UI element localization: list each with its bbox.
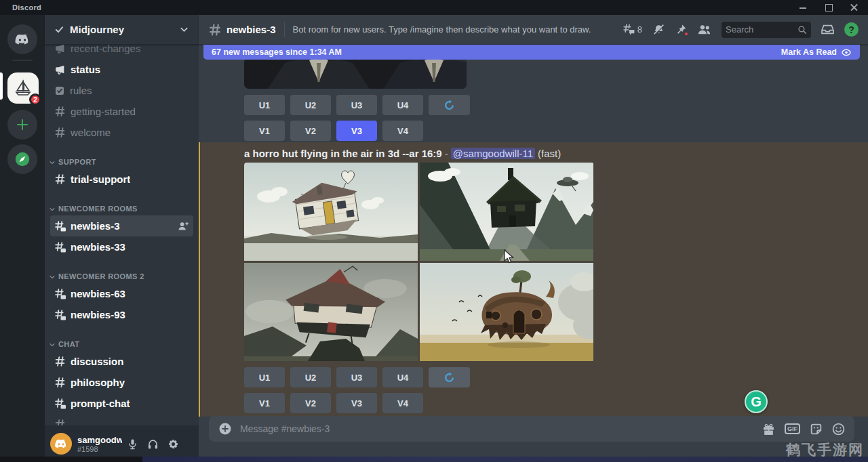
sidebar-item-newbies-63[interactable]: newbies-63 <box>50 283 193 304</box>
v2-button[interactable]: V2 <box>290 121 331 141</box>
user-mention[interactable]: @samgoodwill-11 <box>451 148 535 159</box>
v1-button[interactable]: V1 <box>244 121 285 141</box>
sidebar-item-philosophy[interactable]: philosophy <box>50 372 193 393</box>
v3-button-selected[interactable]: V3 <box>336 121 377 141</box>
u2-button[interactable]: U2 <box>290 367 331 387</box>
channel-list[interactable]: recent-changes status rules getting-star… <box>45 45 199 425</box>
sidebar-item-newbies-3[interactable]: newbies-3 <box>50 215 193 236</box>
bell-slash-icon[interactable] <box>652 24 665 35</box>
new-messages-text: 67 new messages since 1:34 AM <box>212 47 342 57</box>
grid-image-4[interactable] <box>420 263 593 361</box>
search-input[interactable]: Search <box>722 22 811 38</box>
grid-image-1[interactable] <box>244 163 418 261</box>
category-support[interactable]: SUPPORT <box>45 143 199 169</box>
v1-button[interactable]: V1 <box>244 393 285 413</box>
sidebar-item-prompt-chat[interactable]: prompt-chat <box>50 393 193 414</box>
explore-servers-button[interactable] <box>7 144 37 174</box>
channel-sidebar: Midjourney recent-changes status rules g… <box>45 15 199 462</box>
sidebar-item-discussion[interactable]: discussion <box>50 351 193 372</box>
sidebar-item-getting-started[interactable]: getting-started <box>50 101 193 122</box>
mic-button[interactable] <box>122 434 142 454</box>
add-server-button[interactable] <box>7 110 37 140</box>
message2-upscale-row: U1 U2 U3 U4 <box>244 367 470 387</box>
generated-image-partial[interactable] <box>244 58 467 89</box>
sidebar-item-rules[interactable]: rules <box>50 80 193 101</box>
reroll-button[interactable] <box>429 95 470 115</box>
sidebar-item-welcome[interactable]: welcome <box>50 122 193 143</box>
hash-threads-icon <box>54 398 66 409</box>
grammarly-widget[interactable]: G <box>745 390 768 413</box>
members-icon[interactable] <box>697 24 711 35</box>
hash-icon <box>54 377 66 388</box>
new-messages-banner[interactable]: 67 new messages since 1:34 AM Mark As Re… <box>203 45 860 60</box>
u4-button[interactable]: U4 <box>382 95 423 115</box>
u2-button[interactable]: U2 <box>290 95 331 115</box>
hash-threads-icon <box>54 309 66 320</box>
channel-topic[interactable]: Bot room for new users. Type /imagine th… <box>293 24 591 35</box>
sidebar-item-status[interactable]: status <box>50 59 193 80</box>
plus-icon <box>16 118 29 131</box>
server-unread-badge: 2 <box>29 93 41 106</box>
discord-home-button[interactable] <box>7 24 37 54</box>
v4-button[interactable]: V4 <box>382 393 423 413</box>
search-icon <box>797 25 807 35</box>
emoji-icon[interactable] <box>832 423 845 436</box>
close-button[interactable] <box>850 3 859 12</box>
u3-button[interactable]: U3 <box>336 95 377 115</box>
reroll-button[interactable] <box>429 367 470 387</box>
chevron-down-icon <box>49 274 56 280</box>
gif-picker-icon[interactable]: GIF <box>785 423 800 434</box>
image-grid <box>244 163 594 361</box>
v3-button[interactable]: V3 <box>336 393 377 413</box>
user-info[interactable]: samgoodw... #1598 <box>77 435 122 453</box>
pin-icon[interactable] <box>675 24 687 35</box>
u3-button[interactable]: U3 <box>336 367 377 387</box>
v2-button[interactable]: V2 <box>290 393 331 413</box>
hash-threads-icon <box>54 220 66 232</box>
title-bar: Discord <box>0 0 868 15</box>
mark-as-read-button[interactable]: Mark As Read <box>781 47 852 57</box>
prompt-text: a horro hut flying in the air in 3d --ar… <box>244 148 442 159</box>
discord-window: Discord 2 Midjourney <box>0 0 868 462</box>
header-divider <box>284 22 285 37</box>
sidebar-item-partial[interactable] <box>50 414 193 425</box>
suits-image <box>244 58 467 89</box>
chevron-down-icon <box>179 24 189 35</box>
server-header[interactable]: Midjourney <box>45 15 199 45</box>
hash-threads-icon <box>54 241 66 253</box>
v4-button[interactable]: V4 <box>382 121 423 141</box>
settings-gear-button[interactable] <box>163 434 183 454</box>
sidebar-item-newbies-33[interactable]: newbies-33 <box>50 236 193 257</box>
inbox-icon[interactable] <box>821 24 834 35</box>
grid-image-2[interactable] <box>420 163 593 261</box>
help-icon[interactable]: ? <box>844 22 859 37</box>
category-newcomer-rooms[interactable]: NEWCOMER ROOMS <box>45 190 199 215</box>
app-title: Discord <box>12 3 41 12</box>
grid-image-3[interactable] <box>244 263 418 361</box>
attach-plus-icon[interactable] <box>218 422 232 436</box>
sidebar-item-recent-changes[interactable]: recent-changes <box>50 45 193 59</box>
sticker-icon[interactable] <box>810 423 823 436</box>
u1-button[interactable]: U1 <box>244 95 285 115</box>
message-input[interactable] <box>240 423 762 434</box>
maximize-button[interactable] <box>825 3 833 12</box>
invite-person-add-icon[interactable] <box>178 221 189 231</box>
u1-button[interactable]: U1 <box>244 367 285 387</box>
gift-icon[interactable] <box>762 423 775 436</box>
hash-icon <box>54 173 66 185</box>
headphones-button[interactable] <box>142 434 163 454</box>
server-icon-midjourney[interactable]: 2 <box>7 72 39 104</box>
hash-icon <box>54 419 66 425</box>
discord-logo-icon <box>14 30 31 48</box>
u4-button[interactable]: U4 <box>382 367 423 387</box>
server-name: Midjourney <box>70 24 124 35</box>
sidebar-item-trial-support[interactable]: trial-support <box>50 169 193 190</box>
rules-icon <box>54 85 65 96</box>
minimize-button[interactable] <box>799 3 807 12</box>
category-newcomer-rooms-2[interactable]: NEWCOMER ROOMS 2 <box>45 257 199 283</box>
threads-icon[interactable]: 8 <box>623 24 642 35</box>
message1-upscale-row: U1 U2 U3 U4 <box>244 95 470 115</box>
user-avatar[interactable] <box>50 433 72 455</box>
sidebar-item-newbies-93[interactable]: newbies-93 <box>50 304 193 325</box>
category-chat[interactable]: CHAT <box>45 325 199 351</box>
